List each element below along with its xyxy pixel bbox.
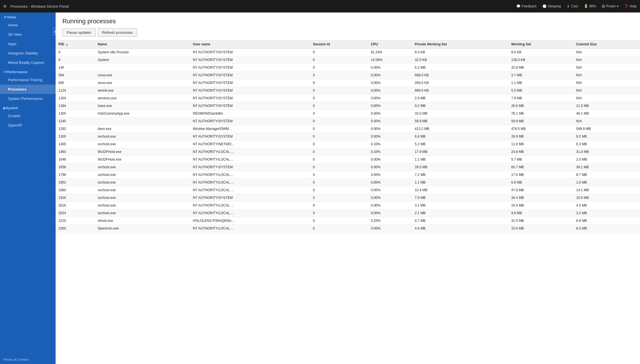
table-row[interactable]: 1916svchost.exeNT AUTHORITY\SYSTEM00.00%… xyxy=(56,194,640,202)
table-row[interactable]: 1184lsass.exeNT AUTHORITY\SYSTEM00.00%9.… xyxy=(56,102,640,110)
sidebar-item-performance-tracing[interactable]: Performance Tracing xyxy=(0,75,56,85)
table-cell: 1200 xyxy=(56,110,95,117)
table-row[interactable]: 1860svchost.exeNT AUTHORITY\LOCAL ...00.… xyxy=(56,186,640,194)
table-cell: 81.24% xyxy=(368,49,412,56)
table-cell: NT AUTHORITY\SYSTEM xyxy=(190,102,310,110)
sidebar-item-mixed-reality-capture[interactable]: Mixed Reality Capture xyxy=(0,58,56,67)
table-row[interactable]: 2260Spectrum.exeNT AUTHORITY\LOCAL ...00… xyxy=(56,225,640,232)
table-cell: 0.00% xyxy=(368,179,412,186)
table-cell: N/A xyxy=(573,117,640,125)
table-cell: 2016 xyxy=(56,202,95,209)
battery-icon: 🔋 xyxy=(584,4,588,8)
col-commit-size[interactable]: Commit Size xyxy=(573,40,640,49)
table-cell: 8.0 KB xyxy=(412,49,508,56)
table-row[interactable]: 1124wininit.exeNT AUTHORITY\SYSTEM00.00%… xyxy=(56,87,640,94)
table-row[interactable]: 140NT AUTHORITY\SYSTEM00.00%6.2 MB32.8 M… xyxy=(56,64,640,71)
table-row[interactable]: 1648WUDFHost.exeNT AUTHORITY\LOCAL ...00… xyxy=(56,156,640,163)
table-cell: 0 xyxy=(310,140,368,148)
table-cell: 26.6 MB xyxy=(508,102,573,110)
table-row[interactable]: 0System Idle ProcessNT AUTHORITY\SYSTEM0… xyxy=(56,49,640,56)
table-row[interactable]: 2216sihost.exeHOLOLENS-P3NAQ6\De...00.33… xyxy=(56,217,640,225)
sidebar-section-performance[interactable]: ▼Performance xyxy=(0,67,56,75)
col-session-id[interactable]: Session Id xyxy=(310,40,368,49)
table-row[interactable]: 1300svchost.exeNT AUTHORITY\SYSTEM00.00%… xyxy=(56,133,640,140)
table-cell: 2216 xyxy=(56,217,95,225)
table-row[interactable]: 1796svchost.exeNT AUTHORITY\LOCAL ...00.… xyxy=(56,171,640,179)
table-row[interactable]: 564csrss.exeNT AUTHORITY\SYSTEM00.00%688… xyxy=(56,71,640,79)
table-cell: 0 xyxy=(310,117,368,125)
table-row[interactable]: 2024svchost.exeNT AUTHORITY\LOCAL ...00.… xyxy=(56,209,640,217)
sidebar-item-apps[interactable]: Apps xyxy=(0,39,56,49)
table-cell: 1.1 MB xyxy=(412,179,508,186)
table-cell: 31.5 MB xyxy=(508,217,573,225)
table-cell: 0 xyxy=(310,94,368,102)
sidebar-item-hologram-stability[interactable]: Hologram Stability xyxy=(0,49,56,58)
col-working-set[interactable]: Working Set xyxy=(508,40,573,49)
table-cell: System xyxy=(95,56,190,64)
sidebar-section-views[interactable]: ▼Views xyxy=(0,12,56,20)
sleeping-button[interactable]: 🕐 Sleeping xyxy=(542,4,561,8)
cool-button[interactable]: 🌡 Cool xyxy=(567,4,578,8)
sidebar-collapse-button[interactable]: ◀ xyxy=(53,27,56,36)
table-cell: 2024 xyxy=(56,209,95,217)
sidebar-section-system[interactable]: ▶System xyxy=(0,103,56,111)
table-cell: 47.8 MB xyxy=(508,186,573,194)
table-cell: 11.8 MB xyxy=(508,140,573,148)
table-row[interactable]: 1852svchost.exeNT AUTHORITY\LOCAL ...00.… xyxy=(56,179,640,186)
table-cell: 10.6 MB xyxy=(573,194,640,202)
hamburger-menu[interactable]: ≡ xyxy=(3,3,7,9)
sidebar-item-system-performance[interactable]: System Performance xyxy=(0,94,56,103)
refresh-processes-button[interactable]: Refresh processes xyxy=(98,28,137,37)
table-cell: 32.8 MB xyxy=(508,64,573,71)
table-row[interactable]: 1400svchost.exeNT AUTHORITY\NETWO...00.3… xyxy=(56,140,640,148)
sort-arrow-pid: ▲ xyxy=(66,43,68,46)
table-cell: 1.1 MB xyxy=(412,156,508,163)
table-row[interactable]: 4SystemNT AUTHORITY\SYSTEM014.58%32.0 KB… xyxy=(56,56,640,64)
sidebar-item-3dview[interactable]: 3D View xyxy=(0,30,56,39)
table-row[interactable]: 1240NT AUTHORITY\SYSTEM00.00%59.9 MB59.9… xyxy=(56,117,640,125)
col-pid[interactable]: PID ▲ xyxy=(56,40,95,49)
table-cell: 26.0 MB xyxy=(412,163,508,171)
table-cell: 1648 xyxy=(56,156,95,163)
table-row[interactable]: 1656svchost.exeNT AUTHORITY\SYSTEM00.00%… xyxy=(56,163,640,171)
table-cell: 1300 xyxy=(56,133,95,140)
table-cell: 600 xyxy=(56,79,95,87)
sidebar-item-home[interactable]: Home xyxy=(0,20,56,30)
table-cell: 1240 xyxy=(56,117,95,125)
table-cell: 4.5 MB xyxy=(573,202,640,209)
table-cell: 0 xyxy=(310,64,368,71)
col-private-working-set[interactable]: Private Working Set xyxy=(412,40,508,49)
cool-icon: 🌡 xyxy=(567,4,570,8)
table-cell: 0.00% xyxy=(368,71,412,79)
table-cell: 0.00% xyxy=(368,125,412,133)
processes-table-container[interactable]: PID ▲ Name User name Session Id CPU Priv… xyxy=(56,40,640,364)
help-button[interactable]: ❓ Help xyxy=(624,4,637,8)
pause-updates-button[interactable]: Pause updates xyxy=(62,28,96,37)
sidebar-item-processes[interactable]: Processes xyxy=(0,85,56,94)
table-cell: NT AUTHORITY\LOCAL ... xyxy=(190,156,310,163)
table-cell: 31.0 MB xyxy=(573,148,640,156)
col-user-name[interactable]: User name xyxy=(190,40,310,49)
table-row[interactable]: 1164services.exeNT AUTHORITY\SYSTEM00.00… xyxy=(56,94,640,102)
table-row[interactable]: 1200HoloCameraApp.exeREDMOND\ambillin00.… xyxy=(56,110,640,117)
table-cell: 6.3 MB xyxy=(573,140,640,148)
col-cpu[interactable]: CPU xyxy=(368,40,412,49)
privacy-cookies-link[interactable]: Privacy & Cookies xyxy=(0,355,56,364)
table-cell: 32.5 MB xyxy=(412,110,508,117)
table-row[interactable]: 1292dwm.exeWindow Manager\DWM...00.00%41… xyxy=(56,125,640,133)
col-name[interactable]: Name xyxy=(95,40,190,49)
table-row[interactable]: 2016svchost.exeNT AUTHORITY\LOCAL ...00.… xyxy=(56,202,640,209)
table-row[interactable]: 600smss.exeNT AUTHORITY\SYSTEM00.00%268.… xyxy=(56,79,640,87)
table-cell: 0.00% xyxy=(368,117,412,125)
table-cell: lsass.exe xyxy=(95,102,190,110)
sidebar-item-openxr[interactable]: OpenXR xyxy=(0,121,56,130)
feedback-button[interactable]: 💬 Feedback xyxy=(516,4,537,8)
power-button[interactable]: ⏻ Power ▾ xyxy=(602,4,618,8)
sidebar-item-scratch[interactable]: Scratch xyxy=(0,111,56,121)
table-cell: 15.6 MB xyxy=(508,225,573,232)
content-area: Running processes Pause updates Refresh … xyxy=(56,12,640,364)
table-cell: 8.3 MB xyxy=(573,225,640,232)
table-cell: 1.8 MB xyxy=(573,179,640,186)
table-cell: 4 xyxy=(56,56,95,64)
table-row[interactable]: 1460WUDFHost.exeNT AUTHORITY\LOCAL ...00… xyxy=(56,148,640,156)
